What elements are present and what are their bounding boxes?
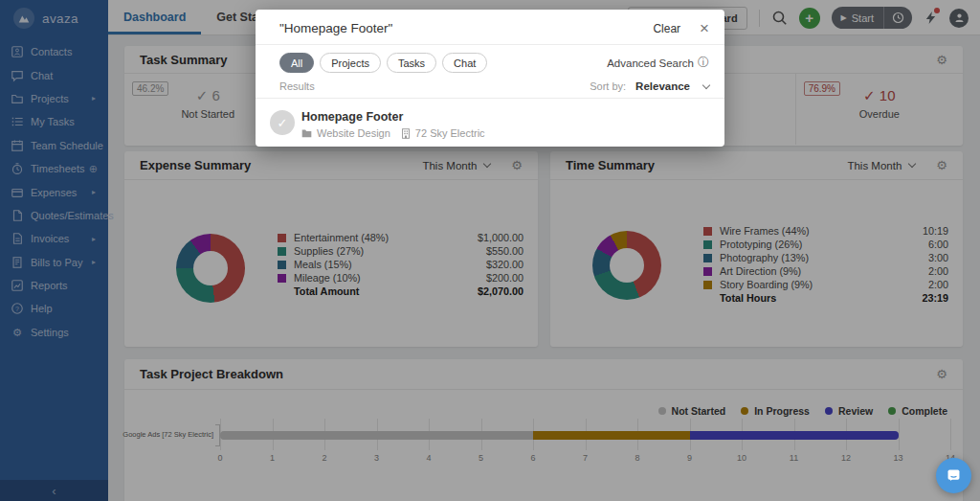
advanced-search-label: Advanced Search [607, 57, 694, 69]
search-result-item[interactable]: ✓ Homepage Footer Website Design 72 Sky … [256, 99, 724, 139]
sort-by-label: Sort by: [590, 80, 626, 92]
sort-value-dropdown[interactable]: Relevance [635, 80, 690, 92]
filter-pills: AllProjectsTasksChat [279, 53, 487, 73]
search-filter-chat[interactable]: Chat [442, 53, 487, 73]
result-customer: 72 Sky Electric [415, 127, 485, 139]
chat-launcher-button[interactable] [936, 458, 971, 493]
close-icon[interactable]: × [700, 20, 709, 36]
clear-search-button[interactable]: Clear [653, 22, 680, 35]
app: avaza ContactsChatProjects▸My TasksTeam … [0, 0, 980, 501]
search-filters: AllProjectsTasksChat Advanced Search ⓘ [256, 45, 724, 79]
advanced-search-link[interactable]: Advanced Search ⓘ [607, 55, 709, 71]
search-modal: "Homepage Footer" Clear × AllProjectsTas… [256, 10, 724, 147]
chevron-down-icon[interactable] [702, 80, 710, 88]
search-filter-all[interactable]: All [279, 53, 314, 73]
info-icon: ⓘ [698, 55, 709, 71]
folder-icon [301, 128, 312, 138]
task-check-icon: ✓ [270, 110, 295, 135]
results-label: Results [279, 80, 590, 92]
company-icon [401, 128, 411, 139]
result-project: Website Design [317, 127, 390, 139]
search-query-text[interactable]: "Homepage Footer" [279, 21, 653, 35]
result-title: Homepage Footer [301, 110, 485, 124]
search-filter-tasks[interactable]: Tasks [387, 53, 436, 73]
search-filter-projects[interactable]: Projects [320, 53, 381, 73]
chat-bubble-icon [946, 467, 962, 484]
